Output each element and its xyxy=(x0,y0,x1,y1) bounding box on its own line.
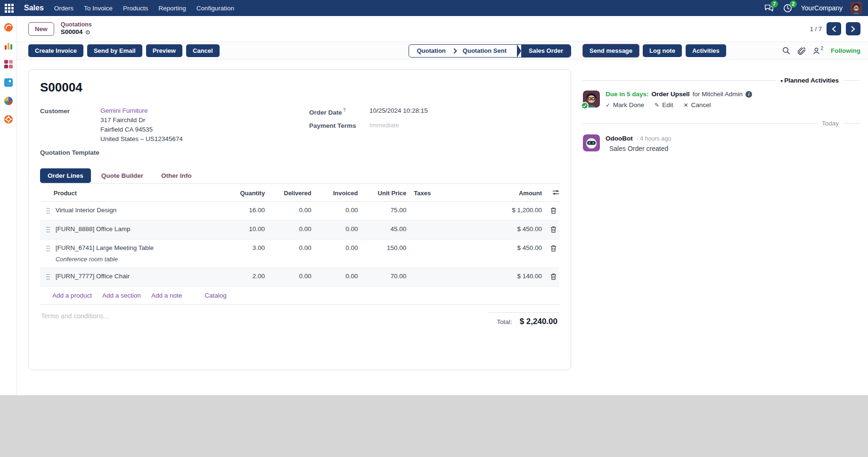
delete-line-icon[interactable] xyxy=(545,268,559,287)
drag-handle-icon[interactable] xyxy=(40,240,53,268)
menu-configuration[interactable]: Configuration xyxy=(197,5,234,12)
app-icon-dashboards[interactable] xyxy=(4,59,13,69)
quantity-cell[interactable]: 2.00 xyxy=(223,268,268,287)
taxes-cell[interactable] xyxy=(409,221,467,240)
cancel-activity-button[interactable]: ✕Cancel xyxy=(683,101,711,108)
delivered-cell[interactable]: 0.00 xyxy=(268,202,314,221)
pager-count[interactable]: 1 / 7 xyxy=(810,25,822,33)
apps-menu-icon[interactable] xyxy=(5,4,14,13)
menu-orders[interactable]: Orders xyxy=(54,5,74,12)
cancel-button[interactable]: Cancel xyxy=(186,44,220,57)
product-cell[interactable]: Virtual Interior Design xyxy=(53,202,223,221)
order-line-row[interactable]: Virtual Interior Design 16.00 0.00 0.00 … xyxy=(40,202,559,221)
new-button[interactable]: New xyxy=(28,22,54,36)
odoobot-avatar[interactable] xyxy=(583,134,600,151)
invoiced-cell[interactable]: 0.00 xyxy=(314,202,361,221)
optional-columns-icon[interactable] xyxy=(545,185,559,202)
mark-done-button[interactable]: ✓Mark Done xyxy=(606,101,644,108)
tab-quote-builder[interactable]: Quote Builder xyxy=(94,168,151,183)
terms-and-conditions-field[interactable]: Terms and conditions... xyxy=(40,312,487,320)
catalog-link[interactable]: Catalog xyxy=(205,292,227,299)
order-line-row[interactable]: [FURN_7777] Office Chair 2.00 0.00 0.00 … xyxy=(40,268,559,287)
delivered-cell[interactable]: 0.00 xyxy=(268,240,314,268)
status-sales-order[interactable]: Sales Order xyxy=(521,45,571,57)
taxes-cell[interactable] xyxy=(409,240,467,268)
pencil-icon: ✎ xyxy=(655,102,659,108)
user-avatar[interactable] xyxy=(850,2,862,14)
search-messages-icon[interactable] xyxy=(782,47,790,55)
attachments-icon[interactable] xyxy=(798,47,805,55)
status-quotation[interactable]: Quotation xyxy=(409,45,453,57)
notebook-tabs: Order Lines Quote Builder Other Info xyxy=(40,168,559,184)
taxes-cell[interactable] xyxy=(409,202,467,221)
log-note-button[interactable]: Log note xyxy=(643,44,682,57)
activity-info-icon[interactable]: i xyxy=(745,91,752,98)
app-icon-crm[interactable] xyxy=(4,23,13,32)
messages-icon[interactable]: 7 xyxy=(763,2,775,14)
tab-order-lines[interactable]: Order Lines xyxy=(40,168,91,183)
invoiced-cell[interactable]: 0.00 xyxy=(314,268,361,287)
app-name[interactable]: Sales xyxy=(24,4,44,12)
breadcrumb-quotations[interactable]: Quotations xyxy=(61,21,92,29)
send-message-button[interactable]: Send message xyxy=(583,44,639,57)
delivered-cell[interactable]: 0.00 xyxy=(268,268,314,287)
invoiced-cell[interactable]: 0.00 xyxy=(314,221,361,240)
delivered-cell[interactable]: 0.00 xyxy=(268,221,314,240)
activities-clock-icon[interactable]: 2 xyxy=(782,2,794,14)
following-toggle[interactable]: Following xyxy=(831,47,860,54)
activities-button[interactable]: Activities xyxy=(686,44,726,57)
status-quotation-sent[interactable]: Quotation Sent xyxy=(455,45,514,57)
drag-handle-icon[interactable] xyxy=(40,268,53,287)
pager-previous-button[interactable] xyxy=(827,22,841,35)
app-icon-reporting-chart[interactable] xyxy=(4,41,13,50)
edit-activity-button[interactable]: ✎Edit xyxy=(655,101,673,108)
preview-button[interactable]: Preview xyxy=(146,44,182,57)
product-cell[interactable]: [FURN_6741] Large Meeting Table xyxy=(56,244,154,251)
create-invoice-button[interactable]: Create Invoice xyxy=(28,44,83,57)
product-cell[interactable]: [FURN_7777] Office Chair xyxy=(53,268,223,287)
drag-handle-icon[interactable] xyxy=(40,202,53,221)
payment-terms-field[interactable]: Immediate xyxy=(369,122,559,129)
delete-line-icon[interactable] xyxy=(545,221,559,240)
app-icon-pie[interactable] xyxy=(4,96,13,106)
delete-line-icon[interactable] xyxy=(545,202,559,221)
delete-line-icon[interactable] xyxy=(545,240,559,268)
add-product-link[interactable]: Add a product xyxy=(52,292,92,299)
activity-name[interactable]: Order Upsell xyxy=(652,91,690,98)
order-date-field[interactable]: 10/25/2024 10:28:15 xyxy=(369,107,559,116)
order-date-help-icon[interactable]: ? xyxy=(343,108,346,113)
send-by-email-button[interactable]: Send by Email xyxy=(87,44,142,57)
product-note[interactable]: Conference room table xyxy=(56,256,221,263)
app-icon-sales[interactable] xyxy=(4,78,13,87)
unit-price-cell[interactable]: 150.00 xyxy=(360,240,409,268)
message-author[interactable]: OdooBot xyxy=(606,135,633,142)
unit-price-cell[interactable]: 75.00 xyxy=(360,202,409,221)
quantity-cell[interactable]: 16.00 xyxy=(223,202,268,221)
order-line-row[interactable]: [FURN_6741] Large Meeting Table Conferen… xyxy=(40,240,559,268)
tab-other-info[interactable]: Other Info xyxy=(154,168,199,183)
add-note-link[interactable]: Add a note xyxy=(151,292,182,299)
order-line-row[interactable]: [FURN_8888] Office Lamp 10.00 0.00 0.00 … xyxy=(40,221,559,240)
assignee-avatar[interactable] xyxy=(583,91,600,108)
add-section-link[interactable]: Add a section xyxy=(102,292,141,299)
followers-icon[interactable]: 2 xyxy=(813,47,823,55)
customer-link[interactable]: Gemini Furniture xyxy=(100,107,148,114)
unit-price-cell[interactable]: 70.00 xyxy=(360,268,409,287)
app-icon-settings[interactable] xyxy=(4,115,13,124)
unit-price-cell[interactable]: 45.00 xyxy=(360,221,409,240)
taxes-cell[interactable] xyxy=(409,268,467,287)
menu-products[interactable]: Products xyxy=(123,5,148,12)
pager-next-button[interactable] xyxy=(846,22,860,35)
quantity-cell[interactable]: 3.00 xyxy=(223,240,268,268)
company-switcher[interactable]: YourCompany xyxy=(801,4,843,12)
menu-reporting[interactable]: Reporting xyxy=(158,5,186,12)
planned-activities-toggle[interactable]: ▾Planned Activities xyxy=(780,77,839,84)
invoiced-cell[interactable]: 0.00 xyxy=(314,240,361,268)
column-taxes: Taxes xyxy=(409,185,467,202)
address-line: 317 Fairchild Dr xyxy=(100,116,290,124)
quantity-cell[interactable]: 10.00 xyxy=(223,221,268,240)
record-actions-gear-icon[interactable]: ⚙ xyxy=(85,29,90,36)
product-cell[interactable]: [FURN_8888] Office Lamp xyxy=(53,221,223,240)
menu-to-invoice[interactable]: To Invoice xyxy=(84,5,113,12)
drag-handle-icon[interactable] xyxy=(40,221,53,240)
